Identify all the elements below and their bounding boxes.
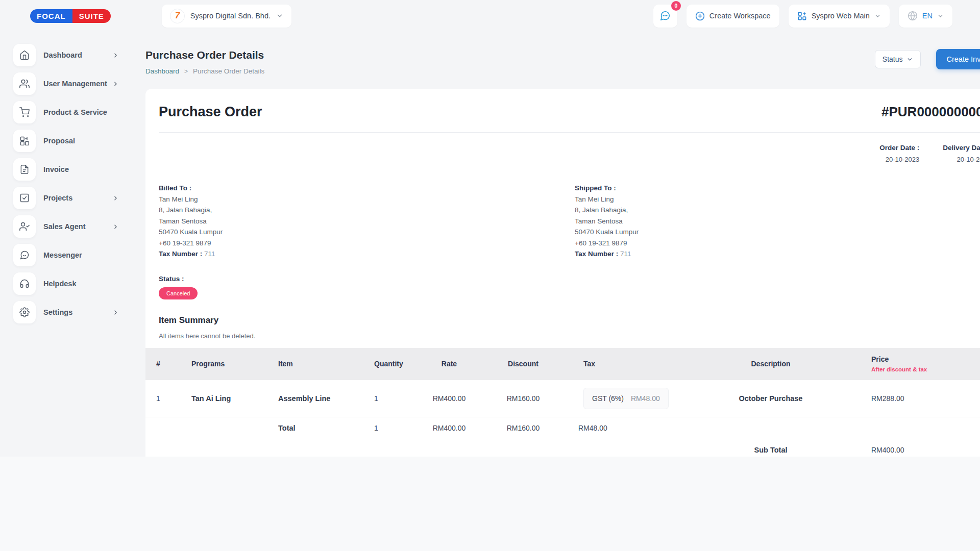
logo-suite: SUITE [72, 9, 111, 23]
table-header-row: # Programs Item Quantity Rate Discount T… [145, 348, 980, 380]
settings-icon [19, 307, 30, 317]
subtotal-value: RM400.00 [824, 446, 980, 454]
row-description: October Purchase [717, 394, 824, 403]
proposal-icon [19, 136, 30, 146]
shipped-to-address1: 8, Jalan Bahagia, [575, 207, 980, 213]
sidebar-item-messenger[interactable]: Messenger [13, 244, 145, 266]
sidebar-item-settings[interactable]: Settings [13, 301, 145, 323]
sidebar-item-label: Helpdesk [43, 280, 76, 288]
col-header-price: Price After discount & tax [824, 355, 980, 372]
chevron-down-icon [874, 13, 881, 19]
total-quantity: 1 [345, 424, 411, 432]
workspace-selector[interactable]: 7 Syspro Digital Sdn. Bhd. [162, 5, 291, 28]
col-header-tax: Tax [559, 360, 717, 368]
row-discount: RM160.00 [487, 394, 559, 403]
delivery-date-value: 20-10-2023 [943, 156, 980, 163]
sidebar-item-helpdesk[interactable]: Helpdesk [13, 272, 145, 295]
subtotal-row: Sub Total RM400.00 [145, 439, 980, 457]
topbar-actions: 0 Create Workspace Syspro Web Main EN [653, 5, 952, 28]
billed-to-tax: Tax Number : 711 [159, 251, 575, 257]
items-table: # Programs Item Quantity Rate Discount T… [145, 348, 980, 457]
row-rate: RM400.00 [411, 394, 487, 403]
tax-amount: RM48.00 [631, 394, 660, 403]
subtotal-label: Sub Total [717, 446, 824, 454]
chevron-down-icon [937, 13, 944, 19]
breadcrumb-dashboard-link[interactable]: Dashboard [145, 67, 179, 75]
breadcrumb-separator: > [184, 68, 188, 75]
sidebar-item-label: Messenger [43, 251, 82, 259]
row-tax-cell: GST (6%) RM48.00 [559, 388, 717, 409]
billed-to-block: Billed To : Tan Mei Ling 8, Jalan Bahagi… [159, 185, 575, 262]
sidebar-item-sales-agent[interactable]: Sales Agent [13, 215, 145, 238]
create-workspace-button[interactable]: Create Workspace [687, 5, 779, 28]
col-header-rate: Rate [411, 360, 487, 368]
shipped-to-address2: Taman Sentosa [575, 218, 980, 224]
sidebar-item-product-service[interactable]: Product & Service [13, 101, 145, 123]
app-menu-label: Syspro Web Main [812, 12, 870, 20]
sidebar-item-projects[interactable]: Projects [13, 187, 145, 209]
language-selector[interactable]: EN [899, 5, 952, 28]
po-heading: Purchase Order [159, 104, 262, 120]
row-program: Tan Ai Ling [176, 394, 253, 403]
po-number: #PUR0000000003 [881, 104, 980, 120]
notification-badge: 0 [671, 1, 681, 11]
billed-to-address3: 50470 Kuala Lumpur [159, 229, 575, 235]
row-item: Assembly Line [253, 394, 345, 403]
order-status-label: Status : [159, 275, 980, 283]
shipped-to-tax: Tax Number : 711 [575, 251, 980, 257]
breadcrumb: Dashboard > Purchase Order Details [145, 67, 875, 75]
cart-icon [19, 107, 30, 117]
sidebar-item-label: Settings [43, 308, 72, 316]
table-row: 1 Tan Ai Ling Assembly Line 1 RM400.00 R… [145, 380, 980, 417]
create-invoice-button[interactable]: Create Invoice [936, 49, 980, 69]
status-dropdown-button[interactable]: Status [875, 50, 921, 68]
col-header-item: Item [253, 360, 345, 368]
topbar: FOCAL SUITE 7 Syspro Digital Sdn. Bhd. 0… [0, 0, 980, 32]
purchase-order-card: Purchase Order #PUR0000000003 Order Date… [145, 89, 980, 457]
users-icon [19, 79, 30, 89]
shipped-to-block: Shipped To : Tan Mei Ling 8, Jalan Bahag… [575, 185, 980, 262]
col-header-quantity: Quantity [345, 360, 411, 368]
invoice-icon [19, 164, 30, 174]
shipped-to-phone: +60 19-321 9879 [575, 240, 980, 246]
status-badge: Canceled [159, 287, 198, 299]
grid-plus-icon [797, 11, 807, 21]
app-menu-button[interactable]: Syspro Web Main [789, 5, 890, 28]
order-date-value: 20-10-2023 [879, 156, 919, 163]
chevron-down-icon [906, 56, 913, 63]
sidebar-item-label: Product & Service [43, 108, 107, 116]
tax-name: GST (6%) [592, 394, 624, 403]
col-header-discount: Discount [487, 360, 559, 368]
workspace-name: Syspro Digital Sdn. Bhd. [190, 12, 271, 20]
chevron-right-icon [112, 195, 119, 202]
projects-icon [19, 193, 30, 203]
plus-circle-icon [695, 11, 705, 21]
order-date-label: Order Date : [879, 144, 919, 152]
shipped-to-address3: 50470 Kuala Lumpur [575, 229, 980, 235]
app-logo[interactable]: FOCAL SUITE [30, 9, 111, 23]
addresses: Billed To : Tan Mei Ling 8, Jalan Bahagi… [145, 185, 980, 262]
col-header-programs: Programs [176, 360, 253, 368]
chat-bubble-icon [659, 10, 671, 21]
col-header-description: Description [717, 360, 824, 368]
sidebar-item-label: User Management [43, 80, 107, 88]
sidebar-item-user-management[interactable]: User Management [13, 72, 145, 95]
sidebar-item-dashboard[interactable]: Dashboard [13, 44, 145, 66]
language-code: EN [922, 12, 933, 20]
sidebar-item-invoice[interactable]: Invoice [13, 158, 145, 181]
shipped-to-name: Tan Mei Ling [575, 196, 980, 203]
table-total-row: Total 1 RM400.00 RM160.00 RM48.00 [145, 417, 980, 439]
sidebar: Dashboard User Management Product & Serv… [0, 32, 145, 457]
row-num: 1 [145, 394, 176, 403]
breadcrumb-current: Purchase Order Details [193, 67, 264, 75]
row-quantity: 1 [345, 394, 411, 403]
total-tax: RM48.00 [559, 424, 717, 432]
sidebar-item-proposal[interactable]: Proposal [13, 130, 145, 152]
billed-to-heading: Billed To : [159, 185, 575, 191]
billed-to-phone: +60 19-321 9879 [159, 240, 575, 246]
sidebar-item-label: Proposal [43, 137, 75, 145]
messages-button[interactable]: 0 [653, 5, 677, 28]
helpdesk-icon [19, 279, 30, 289]
shipped-to-heading: Shipped To : [575, 185, 980, 191]
sidebar-item-label: Sales Agent [43, 222, 85, 231]
